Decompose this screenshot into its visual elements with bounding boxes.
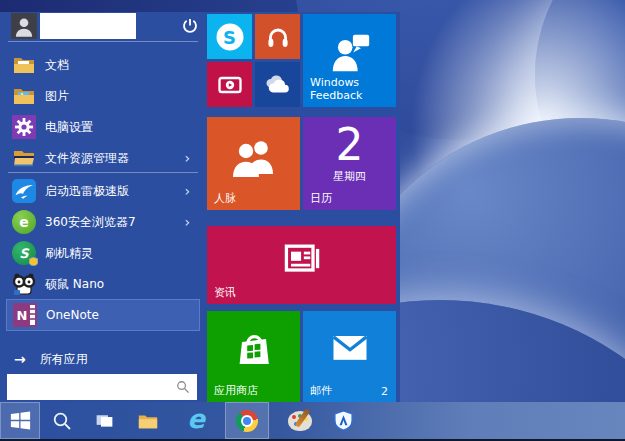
menu-item-shuaji-genius[interactable]: S 刷机精灵 [0, 238, 202, 268]
tile-label: Windows Feedback [310, 76, 370, 104]
internet-explorer-icon: e [187, 406, 205, 432]
feedback-person-icon [327, 30, 373, 76]
360-browser-icon: e [12, 210, 36, 234]
mini-shield-icon [29, 257, 38, 266]
headphones-icon [264, 23, 292, 51]
menu-item-documents[interactable]: 文档 [0, 50, 202, 80]
paint-palette-icon [288, 411, 312, 431]
start-menu: 文档 图片 电脑设置 文件资源管理器 › 启动迅雷极速版 [0, 12, 400, 402]
documents-folder-icon [12, 53, 36, 77]
chevron-right-icon: › [184, 184, 190, 198]
tile-video[interactable] [207, 62, 252, 107]
newspaper-icon [280, 237, 324, 281]
menu-item-360-browser[interactable]: e 360安全浏览器7 › [0, 207, 202, 237]
internet-explorer-button[interactable]: e [176, 402, 216, 439]
desktop-screen: 文档 图片 电脑设置 文件资源管理器 › 启动迅雷极速版 [0, 0, 625, 441]
video-icon [216, 71, 244, 99]
tile-label: 邮件 [310, 384, 332, 398]
task-view-icon [94, 410, 115, 431]
search-input[interactable] [13, 376, 176, 398]
menu-item-label: 启动迅雷极速版 [45, 183, 129, 200]
tile-label: 资讯 [214, 286, 236, 300]
tile-news[interactable]: 资讯 [207, 226, 396, 304]
security-shield-icon [333, 410, 354, 431]
taskbar-file-explorer-button[interactable] [128, 402, 168, 439]
tile-mail[interactable]: 邮件 2 [303, 311, 396, 402]
search-icon [176, 380, 190, 394]
tile-calendar[interactable]: 2 星期四 日历 [303, 117, 396, 210]
tile-skype[interactable]: S [207, 14, 252, 59]
power-button[interactable] [180, 16, 200, 36]
divider [8, 41, 198, 42]
paint-brush-icon [295, 408, 311, 427]
tile-people[interactable]: 人脉 [207, 117, 300, 210]
user-name-button[interactable] [40, 13, 136, 39]
divider [8, 172, 198, 173]
user-avatar[interactable] [11, 13, 37, 39]
calendar-weekday: 星期四 [303, 169, 396, 184]
tile-label: 日历 [310, 192, 332, 206]
calendar-day: 2 [303, 123, 396, 167]
all-apps-button[interactable]: → 所有应用 [0, 348, 202, 370]
tile-windows-feedback[interactable]: Windows Feedback [303, 14, 396, 107]
menu-item-label: 电脑设置 [45, 119, 93, 136]
store-bag-icon [230, 325, 278, 373]
menu-item-file-explorer[interactable]: 文件资源管理器 › [0, 143, 202, 173]
security-app-button[interactable] [323, 402, 363, 439]
people-icon [230, 134, 278, 182]
menu-item-label: 刷机精灵 [45, 245, 93, 262]
tile-label: 人脉 [214, 192, 236, 206]
shuaji-genius-icon: S [12, 241, 36, 265]
skype-icon: S [216, 23, 243, 50]
menu-item-label: 文件资源管理器 [45, 150, 129, 167]
chevron-right-icon: › [184, 151, 190, 165]
tile-onedrive[interactable] [255, 62, 300, 107]
onenote-icon: N [13, 303, 37, 327]
pictures-folder-icon [12, 84, 36, 108]
tile-label: 应用商店 [214, 384, 258, 398]
thunder-bird-icon [12, 179, 36, 203]
file-explorer-icon [137, 410, 159, 432]
chrome-icon [236, 410, 258, 432]
taskbar: e [0, 402, 625, 439]
power-icon [180, 16, 200, 36]
search-icon [52, 411, 72, 431]
onedrive-cloud-icon [263, 70, 293, 100]
windows-logo-icon [10, 410, 31, 431]
start-button[interactable] [0, 402, 40, 439]
mail-envelope-icon [328, 325, 372, 369]
menu-item-pictures[interactable]: 图片 [0, 81, 202, 111]
right-arrow-icon: → [14, 351, 26, 367]
menu-item-label: 图片 [45, 88, 69, 105]
search-box[interactable] [7, 374, 197, 400]
menu-item-thunder[interactable]: 启动迅雷极速版 › [0, 176, 202, 206]
svg-text:N: N [17, 308, 28, 323]
tile-store[interactable]: 应用商店 [207, 311, 300, 402]
menu-item-shuoshu-nano[interactable]: 硕鼠 Nano [0, 269, 202, 299]
chevron-right-icon: › [184, 215, 190, 229]
tile-music[interactable] [255, 14, 300, 59]
menu-item-pc-settings[interactable]: 电脑设置 [0, 112, 202, 142]
task-view-button[interactable] [84, 402, 124, 439]
all-apps-label: 所有应用 [40, 351, 88, 368]
menu-item-label: 硕鼠 Nano [45, 276, 104, 293]
person-icon [11, 13, 37, 39]
paint-app-button[interactable] [280, 402, 320, 439]
shuoshu-nano-icon [12, 272, 36, 296]
taskbar-search-button[interactable] [42, 402, 82, 439]
mail-unread-badge: 2 [381, 385, 388, 398]
chrome-button[interactable] [225, 402, 269, 439]
menu-item-label: 360安全浏览器7 [45, 214, 136, 231]
menu-item-label: OneNote [46, 308, 99, 322]
menu-item-label: 文档 [45, 57, 69, 74]
pc-settings-gear-icon [12, 115, 36, 139]
file-explorer-icon [12, 146, 36, 170]
menu-item-onenote[interactable]: N OneNote [6, 299, 200, 331]
